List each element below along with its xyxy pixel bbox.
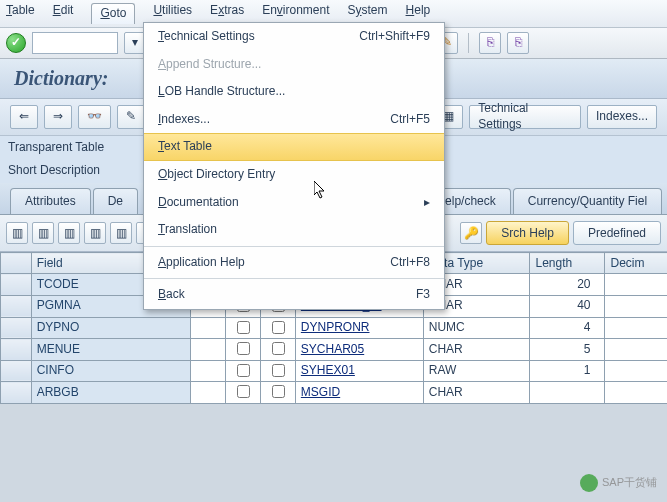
menu-edit[interactable]: Edit <box>53 3 74 24</box>
submenu-arrow-icon: ▸ <box>424 195 430 211</box>
search-help-btn[interactable]: Srch Help <box>486 221 569 245</box>
cell-length[interactable] <box>530 382 605 404</box>
delete-row-icon[interactable]: ▥ <box>110 222 132 244</box>
command-field[interactable] <box>32 32 118 54</box>
row-selector[interactable] <box>1 360 32 382</box>
cell-data-element[interactable]: MSGID <box>295 382 423 404</box>
menu-item-label: Indexes... <box>158 112 210 128</box>
cell-data-element[interactable]: DYNPRONR <box>295 317 423 339</box>
tab-attributes[interactable]: Attributes <box>10 188 91 215</box>
ok-icon[interactable]: ✓ <box>6 33 26 53</box>
cell-init[interactable] <box>260 360 295 382</box>
tool2-icon[interactable]: ⎘ <box>507 32 529 54</box>
menu-item-label: Append Structure... <box>158 57 261 73</box>
cell-key[interactable] <box>226 360 261 382</box>
back-btn[interactable]: ⇐ <box>10 105 38 129</box>
cell-data-type[interactable]: CHAR <box>423 382 530 404</box>
pencil-btn[interactable]: ✎ <box>117 105 145 129</box>
glasses-btn[interactable]: 👓 <box>78 105 111 129</box>
tech-settings-btn[interactable]: Technical Settings <box>469 105 581 129</box>
key-checkbox[interactable] <box>237 385 250 398</box>
menu-item-back[interactable]: BackF3 <box>144 281 444 309</box>
key-checkbox[interactable] <box>237 321 250 334</box>
cell-field[interactable]: DYPNO <box>31 317 191 339</box>
cell-field[interactable]: ARBGB <box>31 382 191 404</box>
tab-currency-qty[interactable]: Currency/Quantity Fiel <box>513 188 662 215</box>
cell-hidden[interactable] <box>191 382 226 404</box>
paste-row-icon[interactable]: ▥ <box>84 222 106 244</box>
cell-data-type[interactable]: NUMC <box>423 317 530 339</box>
cell-data-element[interactable]: SYHEX01 <box>295 360 423 382</box>
cell-decimals[interactable] <box>605 339 667 361</box>
cell-decimals[interactable] <box>605 274 667 296</box>
init-checkbox[interactable] <box>272 385 285 398</box>
tab-delivery[interactable]: De <box>93 188 138 215</box>
cut-row-icon[interactable]: ▥ <box>58 222 80 244</box>
table-row: MENUESYCHAR05CHAR5 <box>1 339 668 361</box>
menu-environment[interactable]: Environment <box>262 3 329 24</box>
cell-hidden[interactable] <box>191 317 226 339</box>
menu-utilities[interactable]: Utilities <box>153 3 192 24</box>
cell-field[interactable]: MENUE <box>31 339 191 361</box>
copy-row-icon[interactable]: ▥ <box>32 222 54 244</box>
cell-hidden[interactable] <box>191 339 226 361</box>
menu-help[interactable]: Help <box>406 3 431 24</box>
menu-item-label: Back <box>158 287 185 303</box>
col-length[interactable]: Length <box>530 253 605 274</box>
cell-data-type[interactable]: CHAR <box>423 339 530 361</box>
menu-item-documentation[interactable]: Documentation▸ <box>144 189 444 217</box>
cell-length[interactable]: 5 <box>530 339 605 361</box>
key-icon[interactable]: 🔑 <box>460 222 482 244</box>
init-checkbox[interactable] <box>272 342 285 355</box>
cell-init[interactable] <box>260 382 295 404</box>
menu-system[interactable]: System <box>348 3 388 24</box>
menu-item-object-directory-entry[interactable]: Object Directory Entry <box>144 161 444 189</box>
cell-init[interactable] <box>260 317 295 339</box>
cell-decimals[interactable] <box>605 317 667 339</box>
menu-item-technical-settings[interactable]: Technical SettingsCtrl+Shift+F9 <box>144 23 444 51</box>
col-decimals[interactable]: Decim <box>605 253 667 274</box>
menu-extras[interactable]: Extras <box>210 3 244 24</box>
cell-length[interactable]: 20 <box>530 274 605 296</box>
row-selector[interactable] <box>1 295 32 317</box>
menu-goto[interactable]: Goto <box>91 3 135 24</box>
predefined-btn[interactable]: Predefined <box>573 221 661 245</box>
row-selector[interactable] <box>1 274 32 296</box>
fwd-btn[interactable]: ⇒ <box>44 105 72 129</box>
row-selector[interactable] <box>1 317 32 339</box>
menu-item-application-help[interactable]: Application HelpCtrl+F8 <box>144 249 444 277</box>
row-selector[interactable] <box>1 339 32 361</box>
cell-key[interactable] <box>226 317 261 339</box>
cell-init[interactable] <box>260 339 295 361</box>
wechat-icon <box>580 474 598 492</box>
cell-length[interactable]: 40 <box>530 295 605 317</box>
cell-field[interactable]: CINFO <box>31 360 191 382</box>
row-selector[interactable] <box>1 382 32 404</box>
cell-data-element[interactable]: SYCHAR05 <box>295 339 423 361</box>
init-checkbox[interactable] <box>272 364 285 377</box>
cell-decimals[interactable] <box>605 382 667 404</box>
menu-item-lob-handle-structure-[interactable]: LOB Handle Structure... <box>144 78 444 106</box>
menu-table[interactable]: Table <box>6 3 35 24</box>
tool1-icon[interactable]: ⎘ <box>479 32 501 54</box>
key-checkbox[interactable] <box>237 342 250 355</box>
menu-item-translation[interactable]: Translation <box>144 216 444 244</box>
label-short-description: Short Description <box>8 163 128 179</box>
cell-decimals[interactable] <box>605 360 667 382</box>
cell-decimals[interactable] <box>605 295 667 317</box>
cell-length[interactable]: 1 <box>530 360 605 382</box>
indexes-btn[interactable]: Indexes... <box>587 105 657 129</box>
menu-item-text-table[interactable]: Text Table <box>144 133 444 161</box>
cell-data-type[interactable]: RAW <box>423 360 530 382</box>
menu-item-indexes-[interactable]: Indexes...Ctrl+F5 <box>144 106 444 134</box>
key-checkbox[interactable] <box>237 364 250 377</box>
separator <box>468 33 469 53</box>
menu-item-label: Translation <box>158 222 217 238</box>
new-row-icon[interactable]: ▥ <box>6 222 28 244</box>
init-checkbox[interactable] <box>272 321 285 334</box>
cell-hidden[interactable] <box>191 360 226 382</box>
cell-key[interactable] <box>226 339 261 361</box>
col-rowhead[interactable] <box>1 253 32 274</box>
cell-length[interactable]: 4 <box>530 317 605 339</box>
cell-key[interactable] <box>226 382 261 404</box>
